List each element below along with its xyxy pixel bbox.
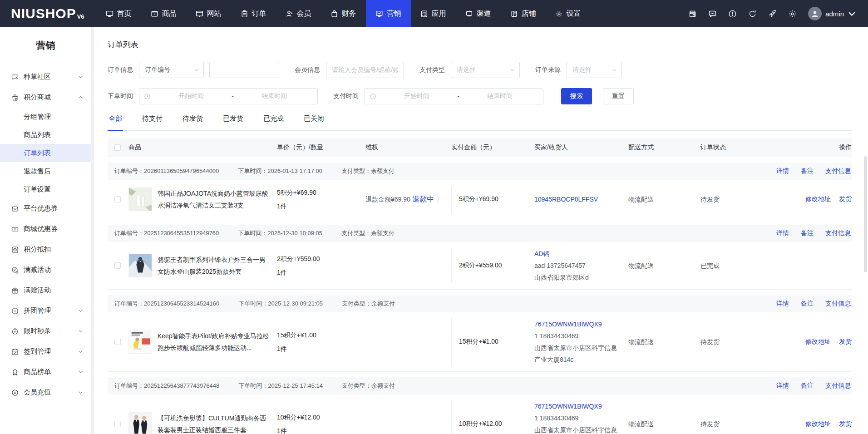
message-icon[interactable] xyxy=(708,10,717,18)
nav-item-home[interactable]: 首页 xyxy=(96,0,141,27)
buyer-name-link[interactable]: 76715OWNW1BIWQX9 xyxy=(534,400,628,412)
sidebar-item-label: 限时秒杀 xyxy=(24,327,51,335)
refund-status-link[interactable]: 退款中 xyxy=(412,195,434,203)
ship-link[interactable]: 发货 xyxy=(839,195,852,203)
chevron-down-icon xyxy=(78,74,83,79)
sidebar-item-ranking[interactable]: 商品榜单 xyxy=(0,362,91,382)
pay-info-link[interactable]: 支付信息 xyxy=(825,300,851,308)
pay-type-select[interactable]: 请选择 xyxy=(451,62,520,78)
sidebar-item-refund[interactable]: 退款售后 xyxy=(0,162,91,180)
create-time-range[interactable]: 开始时间 - 结束时间 xyxy=(139,88,318,104)
platform-coupon-icon xyxy=(11,205,19,212)
nav-item-orders[interactable]: 订单 xyxy=(231,0,276,27)
sidebar-item-points-deduct[interactable]: 积分抵扣 xyxy=(0,239,91,260)
sidebar-item-order-list[interactable]: 订单列表 xyxy=(0,144,91,162)
order-no-select[interactable]: 订单编号 xyxy=(139,62,204,78)
tab-pending-shipment[interactable]: 待发货 xyxy=(182,114,204,131)
order-no-input[interactable] xyxy=(209,62,279,78)
pay-info-link[interactable]: 支付信息 xyxy=(825,229,851,237)
user-menu[interactable]: admin xyxy=(808,7,856,20)
sidebar-item-checkin[interactable]: 签到管理 xyxy=(0,341,91,362)
tab-pending-payment[interactable]: 待支付 xyxy=(141,114,163,131)
nav-item-finance[interactable]: 财务 xyxy=(321,0,366,27)
tab-all[interactable]: 全部 xyxy=(108,114,123,131)
ship-link[interactable]: 发货 xyxy=(839,420,852,428)
pay-time-range[interactable]: 开始时间 - 结束时间 xyxy=(365,88,543,104)
product-name[interactable]: 骆驼王者凯甲系列冲锋衣户外三合一男女防水登山服装2025新款外套 xyxy=(158,254,270,277)
detail-link[interactable]: 详情 xyxy=(776,300,789,308)
sidebar-item-group-manage[interactable]: 分组管理 xyxy=(0,108,91,126)
modify-address-link[interactable]: 修改地址 xyxy=(805,195,831,203)
nav-item-label: 订单 xyxy=(252,9,266,19)
buyer-name-link[interactable]: 10945RBOCP0LFFSV xyxy=(534,193,628,205)
reset-button[interactable]: 重置 xyxy=(603,88,634,104)
nav-item-label: 营销 xyxy=(387,9,401,19)
select-all-checkbox[interactable] xyxy=(114,144,121,151)
gear-icon[interactable] xyxy=(788,10,797,18)
order-source-select[interactable]: 请选择 xyxy=(567,62,622,78)
mall-coupon-icon xyxy=(11,226,19,233)
warning-icon[interactable] xyxy=(728,10,737,18)
product-name[interactable]: Keep智能手表Pilot/政府补贴专业马拉松跑步长续航减脂轻薄多功能运动... xyxy=(158,330,270,354)
nav-item-shop[interactable]: 店铺 xyxy=(501,0,546,27)
sidebar-item-label: 拼团管理 xyxy=(24,306,51,315)
scrollbar[interactable] xyxy=(864,156,867,429)
ship-link[interactable]: 发货 xyxy=(839,338,852,346)
tab-closed[interactable]: 已关闭 xyxy=(303,114,325,131)
sidebar-item-mall-coupon[interactable]: 商城优惠券 xyxy=(0,219,91,239)
sidebar-item-order-settings[interactable]: 订单设置 xyxy=(0,180,91,198)
filter-pay-time: 支付时间 开始时间 - 结束时间 xyxy=(333,88,543,104)
rocket-icon[interactable] xyxy=(768,10,777,18)
pay-info-link[interactable]: 支付信息 xyxy=(825,167,851,175)
nav-item-goods[interactable]: 商品 xyxy=(141,0,186,27)
member-info-input[interactable] xyxy=(326,62,404,78)
product-image xyxy=(128,412,152,434)
person-icon xyxy=(810,9,819,18)
product-name[interactable]: 【可机洗免熨烫】CULTUM通勤商务西装套装男士正装结婚西服三件套 xyxy=(158,412,270,434)
note-link[interactable]: 备注 xyxy=(801,300,814,308)
nav-item-members[interactable]: 会员 xyxy=(276,0,321,27)
brand-logo[interactable]: NIUSHOP V6 xyxy=(0,0,96,27)
nav-item-marketing[interactable]: 营销 xyxy=(366,0,411,27)
sidebar-item-flash-sale[interactable]: 限时秒杀 xyxy=(0,321,91,341)
nav-item-settings[interactable]: 设置 xyxy=(546,0,591,27)
product-name[interactable]: 韩国正品JOAJOTA洗面奶小蓝管玻尿酸水润洁净氧气清洁女三支装3支 xyxy=(158,187,270,211)
pay-info-link[interactable]: 支付信息 xyxy=(825,382,851,390)
detail-link[interactable]: 详情 xyxy=(776,229,789,237)
buyer-address: 山西省阳泉市郊区d xyxy=(534,271,628,283)
note-link[interactable]: 备注 xyxy=(801,229,814,237)
sidebar-item-full-reduce[interactable]: 满减活动 xyxy=(0,260,91,280)
refresh-icon[interactable] xyxy=(748,10,757,18)
modify-address-link[interactable]: 修改地址 xyxy=(805,420,831,428)
row-checkbox[interactable] xyxy=(114,421,121,427)
tab-shipped[interactable]: 已发货 xyxy=(222,114,244,131)
sidebar-item-recharge[interactable]: 会员充值 xyxy=(0,382,91,403)
buyer-name-link[interactable]: AD钙 xyxy=(534,248,628,260)
modify-address-link[interactable]: 修改地址 xyxy=(805,338,831,346)
tab-completed[interactable]: 已完成 xyxy=(262,114,285,131)
pay-time-label: 支付时间 xyxy=(333,92,359,100)
row-checkbox[interactable] xyxy=(114,196,121,202)
row-checkbox[interactable] xyxy=(114,262,121,269)
search-button[interactable]: 搜索 xyxy=(561,88,592,104)
note-link[interactable]: 备注 xyxy=(801,167,814,175)
detail-link[interactable]: 详情 xyxy=(776,167,789,175)
delivery-method: 物流配送 xyxy=(628,196,654,203)
sidebar-item-group-buy[interactable]: 拼团管理 xyxy=(0,301,91,321)
header-delivery: 配送方式 xyxy=(628,143,700,152)
storefront-icon[interactable] xyxy=(688,10,697,18)
sidebar-item-label: 退款售后 xyxy=(24,167,51,176)
nav-item-apps[interactable]: 应用 xyxy=(411,0,456,27)
buyer-name-link[interactable]: 76715OWNW1BIWQX9 xyxy=(534,318,628,330)
scrollbar-thumb[interactable] xyxy=(864,156,867,272)
nav-item-channels[interactable]: 渠道 xyxy=(456,0,501,27)
sidebar-item-platform-coupon[interactable]: 平台优惠券 xyxy=(0,198,91,219)
note-link[interactable]: 备注 xyxy=(801,382,814,390)
sidebar-item-points-mall[interactable]: 积分商城 xyxy=(0,87,91,108)
nav-item-website[interactable]: 网站 xyxy=(186,0,231,27)
row-checkbox[interactable] xyxy=(114,339,121,345)
detail-link[interactable]: 详情 xyxy=(776,382,789,390)
sidebar-item-goods-list[interactable]: 商品列表 xyxy=(0,126,91,144)
sidebar-item-community[interactable]: 种草社区 xyxy=(0,67,91,87)
sidebar-item-full-gift[interactable]: 满赠活动 xyxy=(0,280,91,301)
